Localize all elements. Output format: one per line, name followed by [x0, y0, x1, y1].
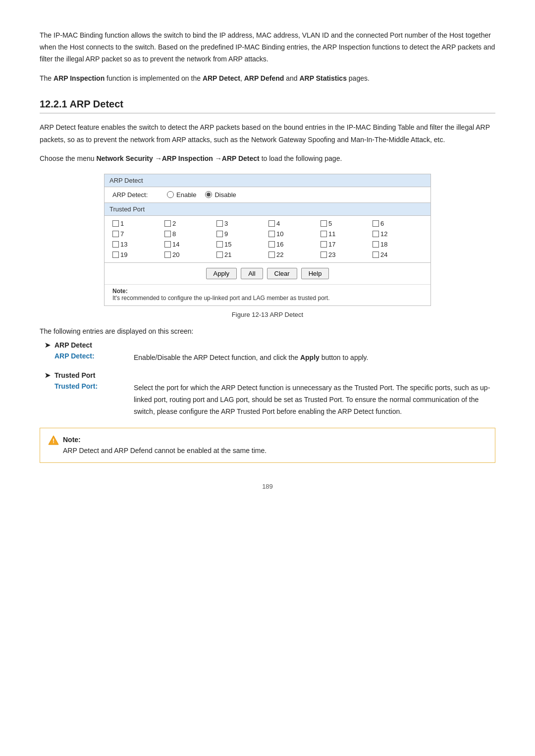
checkbox-11[interactable]: [321, 231, 327, 237]
checkbox-6[interactable]: [373, 220, 379, 227]
checkbox-5[interactable]: [321, 220, 327, 227]
menu-bold3: ARP Detect: [222, 154, 260, 162]
radio-enable-label: Enable: [176, 191, 196, 199]
section1-arrow-label: ➤ ARP Detect: [45, 341, 495, 349]
port-item-3[interactable]: 3: [216, 220, 267, 227]
desc-row-1: ARP Detect: Enable/Disable the ARP Detec…: [54, 352, 495, 364]
clear-button[interactable]: Clear: [267, 268, 297, 279]
all-button[interactable]: All: [241, 268, 263, 279]
checkbox-7[interactable]: [112, 231, 119, 237]
svg-text:!: !: [53, 438, 54, 445]
checkbox-9[interactable]: [216, 231, 223, 237]
checkbox-16[interactable]: [268, 241, 275, 248]
checkbox-23[interactable]: [321, 252, 327, 258]
port-item-17[interactable]: 17: [321, 241, 371, 248]
checkbox-24[interactable]: [373, 252, 379, 258]
checkbox-19[interactable]: [112, 252, 119, 258]
port-item-2[interactable]: 2: [164, 220, 214, 227]
port-item-15[interactable]: 15: [216, 241, 267, 248]
port-label-1: 1: [120, 220, 124, 227]
port-label-23: 23: [328, 251, 335, 258]
menu-arrow2: →: [213, 154, 222, 162]
checkbox-13[interactable]: [112, 241, 119, 248]
port-label-18: 18: [380, 241, 387, 248]
checkbox-18[interactable]: [373, 241, 379, 248]
intro-p2-arp: ARP Inspection: [54, 74, 105, 82]
port-item-11[interactable]: 11: [321, 230, 371, 238]
panel-note-text: It's recommended to configure the up-lin…: [112, 295, 330, 302]
port-label-8: 8: [172, 230, 176, 238]
radio-disable-option[interactable]: Disable: [205, 191, 236, 199]
checkbox-17[interactable]: [321, 241, 327, 248]
radio-enable-circle[interactable]: [167, 191, 174, 198]
apply-button[interactable]: Apply: [206, 268, 237, 279]
help-button[interactable]: Help: [301, 268, 329, 279]
panel-note: Note: It's recommended to configure the …: [105, 284, 430, 305]
section1-key: ARP Detect:: [54, 352, 119, 364]
port-item-16[interactable]: 16: [268, 241, 319, 248]
port-item-9[interactable]: 9: [216, 230, 267, 238]
port-label-11: 11: [328, 230, 335, 238]
checkbox-1[interactable]: [112, 220, 119, 227]
intro-p2-defend: ARP Defend: [244, 74, 284, 82]
radio-enable-option[interactable]: Enable: [167, 191, 196, 199]
checkbox-4[interactable]: [268, 220, 275, 227]
intro-p2-detect: ARP Detect: [203, 74, 240, 82]
page-number: 189: [40, 483, 495, 490]
panel-note-label: Note:: [112, 288, 128, 295]
port-item-24[interactable]: 24: [373, 251, 423, 258]
port-item-10[interactable]: 10: [268, 230, 319, 238]
port-label-22: 22: [276, 251, 283, 258]
bottom-note-text: ARP Detect and ARP Defend cannot be enab…: [63, 447, 267, 454]
port-item-4[interactable]: 4: [268, 220, 319, 227]
port-item-6[interactable]: 6: [373, 220, 423, 227]
port-item-7[interactable]: 7: [112, 230, 162, 238]
menu-bold2: ARP Inspection: [162, 154, 213, 162]
port-item-14[interactable]: 14: [164, 241, 214, 248]
port-item-23[interactable]: 23: [321, 251, 371, 258]
port-label-14: 14: [172, 241, 179, 248]
port-grid: 123456789101112131415161718192021222324: [105, 216, 430, 263]
port-item-20[interactable]: 20: [164, 251, 214, 258]
port-label-20: 20: [172, 251, 179, 258]
port-item-8[interactable]: 8: [164, 230, 214, 238]
port-item-18[interactable]: 18: [373, 241, 423, 248]
menu-path: Choose the menu Network Security →ARP In…: [40, 152, 495, 165]
checkbox-10[interactable]: [268, 231, 275, 237]
figure-caption: Figure 12-13 ARP Detect: [40, 311, 495, 318]
checkbox-20[interactable]: [164, 252, 171, 258]
checkbox-2[interactable]: [164, 220, 171, 227]
section-body-text: ARP Detect feature enables the switch to…: [40, 121, 495, 146]
bottom-note-content: Note: ARP Detect and ARP Defend cannot b…: [63, 434, 267, 456]
port-label-6: 6: [380, 220, 384, 227]
port-label-10: 10: [276, 230, 283, 238]
checkbox-14[interactable]: [164, 241, 171, 248]
checkbox-15[interactable]: [216, 241, 223, 248]
bottom-note: ! Note: ARP Detect and ARP Defend cannot…: [40, 428, 495, 463]
port-label-9: 9: [224, 230, 228, 238]
port-item-13[interactable]: 13: [112, 241, 162, 248]
port-item-5[interactable]: 5: [321, 220, 371, 227]
checkbox-12[interactable]: [373, 231, 379, 237]
trusted-port-header: Trusted Port: [105, 202, 430, 216]
port-label-16: 16: [276, 241, 283, 248]
port-item-1[interactable]: 1: [112, 220, 162, 227]
port-item-12[interactable]: 12: [373, 230, 423, 238]
intro-p2-stat: ARP Statistics: [299, 74, 346, 82]
port-item-19[interactable]: 19: [112, 251, 162, 258]
arrow-sym-2: ➤: [45, 371, 51, 379]
intro-p2-part2: function is implemented on the: [105, 74, 203, 82]
port-label-7: 7: [120, 230, 124, 238]
radio-disable-label: Disable: [214, 191, 236, 199]
checkbox-8[interactable]: [164, 231, 171, 237]
port-item-22[interactable]: 22: [268, 251, 319, 258]
port-item-21[interactable]: 21: [216, 251, 267, 258]
port-label-5: 5: [328, 220, 332, 227]
menu-part1: Choose the menu: [40, 154, 96, 162]
checkbox-3[interactable]: [216, 220, 223, 227]
port-label-17: 17: [328, 241, 335, 248]
port-label-2: 2: [172, 220, 176, 227]
checkbox-21[interactable]: [216, 252, 223, 258]
radio-disable-circle[interactable]: [205, 191, 212, 198]
checkbox-22[interactable]: [268, 252, 275, 258]
